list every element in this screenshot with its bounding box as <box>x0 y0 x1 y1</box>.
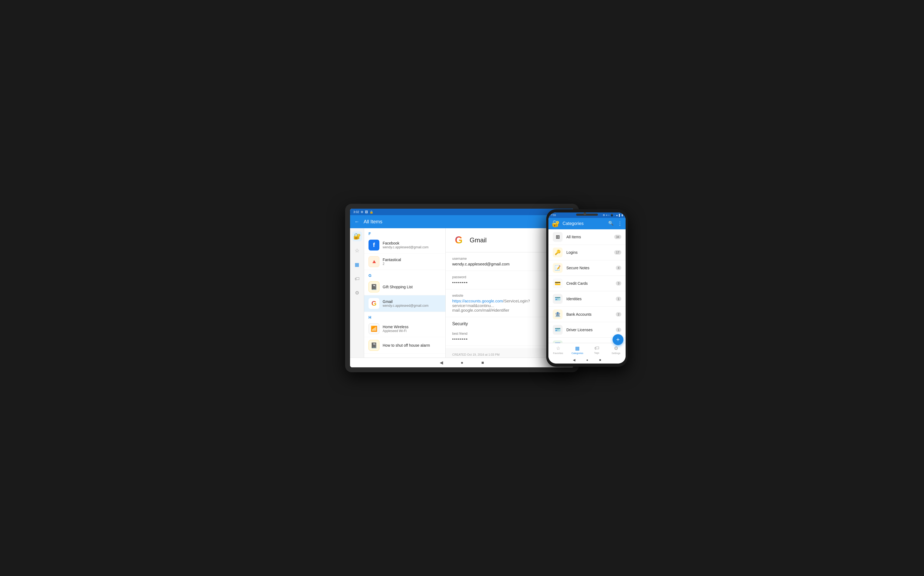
logins-icon: 🔑 <box>553 248 562 257</box>
credit-cards-count: 3 <box>616 281 621 286</box>
home-nav-button[interactable]: ● <box>460 360 464 365</box>
phone-bottom-nav: ☆ Favorites ▦ Categories 🏷 Tags ⚙ Settin… <box>548 343 626 357</box>
sidebar-item-all[interactable]: 🔐 <box>352 232 362 241</box>
detail-title: Gmail <box>469 236 487 244</box>
identities-label: Identities <box>566 297 612 301</box>
list-item-facebook[interactable]: f Facebook wendy.c.appleseed@gmail.com <box>364 237 445 253</box>
tablet-list: F f Facebook wendy.c.appleseed@gmail.com… <box>364 228 446 358</box>
bank-accounts-count: 2 <box>616 312 621 317</box>
tablet-container: 3:02 ⚙ 🖼 🔒 ▲ ▌ ▮ ← All Items 🔍 ★ <box>345 204 579 372</box>
secure-notes-label: Secure Notes <box>566 266 612 270</box>
section-header-h: H <box>364 312 445 321</box>
phone-more-icon[interactable]: ⋮ <box>617 221 622 227</box>
list-item-alarm[interactable]: 📓 How to shut off house alarm <box>364 337 445 354</box>
logins-label: Logins <box>566 250 610 254</box>
tags-nav-icon: 🏷 <box>594 345 599 351</box>
alarm-title: How to shut off house alarm <box>383 343 430 347</box>
phone-status-icons: ⚙ ≡ ○ 📱 · ▲ ▌ ▮ <box>603 214 623 216</box>
recents-nav-button[interactable]: ■ <box>480 360 485 365</box>
gmail-subtitle: wendy.c.appleseed@gmail.com <box>383 304 429 307</box>
section-header-g: G <box>364 270 445 279</box>
facebook-title: Facebook <box>383 241 429 245</box>
section-header-i: I <box>364 354 445 358</box>
favorites-nav-label: Favorites <box>553 352 563 355</box>
all-items-icon: ⊞ <box>553 232 562 242</box>
back-button[interactable]: ← <box>354 219 359 225</box>
phone-nav-categories[interactable]: ▦ Categories <box>568 345 587 355</box>
phone-nav-tags[interactable]: 🏷 Tags <box>587 345 606 354</box>
alarm-icon: 📓 <box>368 340 380 351</box>
phone-frame: 7:55 ⚙ ≡ ○ 📱 · ▲ ▌ ▮ 🔐 <box>546 209 628 367</box>
phone-nav-favorites[interactable]: ☆ Favorites <box>548 345 568 355</box>
phone-dot-icon: · <box>614 214 615 216</box>
phone-category-bank-accounts[interactable]: 🏦 Bank Accounts 2 <box>548 307 626 322</box>
homewifi-subtitle: Appleseed Wi-Fi <box>383 329 408 333</box>
tags-nav-label: Tags <box>594 352 599 354</box>
gmail-icon: G <box>368 298 380 309</box>
fantastical-title: Fantastical <box>383 258 401 262</box>
phone-camera <box>583 213 586 215</box>
phone-signal-icon: ▌ <box>619 214 621 216</box>
tablet-frame: 3:02 ⚙ 🖼 🔒 ▲ ▌ ▮ ← All Items 🔍 ★ <box>345 204 579 372</box>
tablet-status-left: 3:02 ⚙ 🖼 🔒 <box>353 210 373 214</box>
phone-app-logo: 🔐 <box>552 220 559 227</box>
passports-icon: 🛂 <box>553 341 562 343</box>
fantastical-icon: 🔺 <box>368 256 380 267</box>
list-item-fantastical[interactable]: 🔺 Fantastical 2 <box>364 253 445 270</box>
phone-toolbar-icons: 🔍 ⋮ <box>608 221 622 227</box>
tablet-lock-icon: 🔒 <box>370 210 373 214</box>
homewifi-text: Home Wireless Appleseed Wi-Fi <box>383 325 408 333</box>
phone-category-all-items[interactable]: ⊞ All Items 34 <box>548 229 626 245</box>
logins-count: 17 <box>614 250 621 254</box>
phone-wrapper: 7:55 ⚙ ≡ ○ 📱 · ▲ ▌ ▮ 🔐 <box>546 209 628 367</box>
all-items-count: 34 <box>614 235 621 239</box>
phone-circle-icon: ○ <box>608 214 610 216</box>
tablet-img-icon: 🖼 <box>365 210 368 214</box>
favorites-nav-icon: ☆ <box>556 345 560 351</box>
credit-cards-icon: 💳 <box>553 278 562 288</box>
sidebar-item-tags[interactable]: 🏷 <box>352 274 362 284</box>
phone-nav-settings[interactable]: ⚙ Settings <box>606 345 626 355</box>
phone-category-logins[interactable]: 🔑 Logins 17 <box>548 245 626 260</box>
identities-count: 1 <box>616 297 621 301</box>
phone-category-list: ⊞ All Items 34 🔑 Logins 17 <box>548 229 626 343</box>
driver-licenses-icon: 🪪 <box>553 325 562 335</box>
phone-eq-icon: ≡ <box>606 214 607 216</box>
gift-text: Gift Shopping List <box>383 285 413 289</box>
settings-nav-label: Settings <box>612 352 620 355</box>
list-item-homewifi[interactable]: 📶 Home Wireless Appleseed Wi-Fi <box>364 321 445 337</box>
page-title: All Items <box>364 219 549 225</box>
list-item-gmail[interactable]: G Gmail wendy.c.appleseed@gmail.com <box>364 295 445 312</box>
gmail-title: Gmail <box>383 299 429 304</box>
gift-icon: 📓 <box>368 282 380 292</box>
phone-battery-icon: ▮ <box>621 214 623 216</box>
tablet-screen: 3:02 ⚙ 🖼 🔒 ▲ ▌ ▮ ← All Items 🔍 ★ <box>350 209 574 367</box>
alarm-text: How to shut off house alarm <box>383 343 430 347</box>
phone-recents-btn[interactable]: ■ <box>599 358 601 362</box>
phone-home-btn[interactable]: ● <box>586 358 588 362</box>
facebook-text: Facebook wendy.c.appleseed@gmail.com <box>383 241 429 249</box>
driver-licenses-count: 1 <box>616 328 621 332</box>
phone-time: 7:55 <box>551 214 556 216</box>
categories-nav-label: Categories <box>572 352 583 355</box>
back-nav-button[interactable]: ◀ <box>439 360 444 365</box>
list-item-gift[interactable]: 📓 Gift Shopping List <box>364 279 445 295</box>
bank-accounts-label: Bank Accounts <box>566 312 612 317</box>
sidebar-item-settings[interactable]: ⚙ <box>352 288 362 298</box>
phone-fab[interactable]: + <box>613 334 623 345</box>
phone-sys-nav: ◀ ● ■ <box>548 357 626 363</box>
phone-status-bar: 7:55 ⚙ ≡ ○ 📱 · ▲ ▌ ▮ <box>548 213 626 218</box>
tablet-settings-icon: ⚙ <box>360 210 364 214</box>
phone-search-icon[interactable]: 🔍 <box>608 221 613 227</box>
sidebar-item-cards[interactable]: ▦ <box>352 260 362 270</box>
phone-category-identities[interactable]: 🪪 Identities 1 <box>548 291 626 307</box>
tablet-nav-bar: ◀ ● ■ <box>350 358 574 367</box>
facebook-icon: f <box>368 240 380 251</box>
phone-category-secure-notes[interactable]: 📝 Secure Notes 4 <box>548 260 626 276</box>
sidebar-item-favorites[interactable]: ☆ <box>352 246 362 255</box>
phone-screen: 7:55 ⚙ ≡ ○ 📱 · ▲ ▌ ▮ 🔐 <box>548 213 626 363</box>
phone-page-title: Categories <box>562 221 605 226</box>
phone-back-btn[interactable]: ◀ <box>573 358 575 362</box>
detail-app-icon: G <box>452 234 465 247</box>
phone-category-credit-cards[interactable]: 💳 Credit Cards 3 <box>548 276 626 291</box>
